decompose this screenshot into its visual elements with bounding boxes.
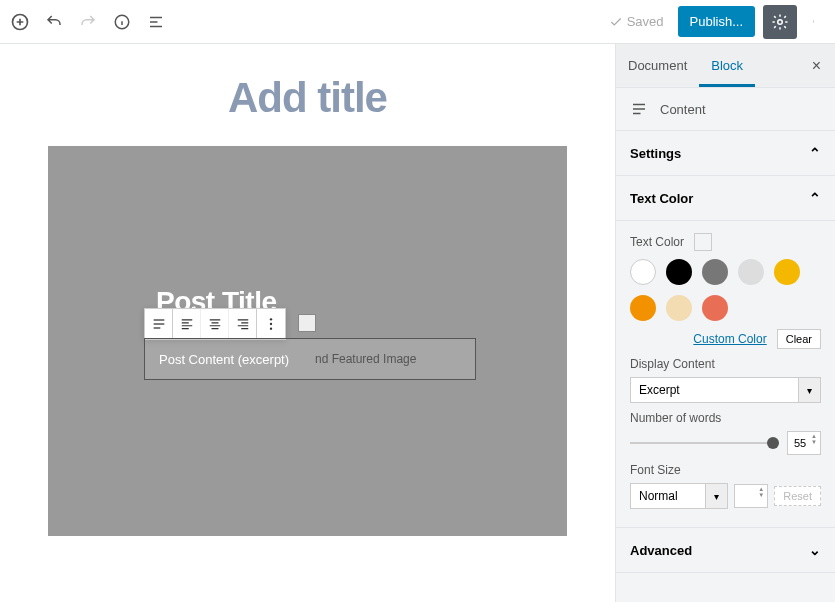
- more-menu-icon[interactable]: [805, 7, 825, 37]
- font-size-label: Font Size: [630, 463, 821, 477]
- close-sidebar-icon[interactable]: ×: [798, 57, 835, 75]
- block-type-icon[interactable]: [145, 309, 173, 339]
- settings-gear-button[interactable]: [763, 5, 797, 39]
- custom-color-link[interactable]: Custom Color: [693, 332, 766, 346]
- display-content-select[interactable]: Excerpt ▾: [630, 377, 821, 403]
- swatch-cream[interactable]: [666, 295, 692, 321]
- svg-point-5: [813, 22, 814, 23]
- add-block-icon[interactable]: [10, 12, 30, 32]
- svg-point-3: [813, 20, 814, 21]
- words-slider[interactable]: [630, 442, 779, 444]
- title-input[interactable]: Add title: [48, 74, 567, 122]
- block-breadcrumb[interactable]: Content: [616, 88, 835, 131]
- saved-status: Saved: [609, 14, 664, 29]
- swatch-gray[interactable]: [702, 259, 728, 285]
- editor-canvas[interactable]: Add title Post Title Post Content (excer…: [0, 44, 615, 602]
- swatch-black[interactable]: [666, 259, 692, 285]
- swatch-light-gray[interactable]: [738, 259, 764, 285]
- svg-point-4: [813, 21, 814, 22]
- panel-advanced[interactable]: Advanced⌄: [616, 528, 835, 573]
- chevron-up-icon: ⌃: [809, 145, 821, 161]
- tab-block[interactable]: Block: [699, 44, 755, 87]
- top-toolbar: Saved Publish...: [0, 0, 835, 44]
- reset-font-button[interactable]: Reset: [774, 486, 821, 506]
- font-size-select[interactable]: Normal ▾: [630, 483, 728, 509]
- current-color-sample: [694, 233, 712, 251]
- text-color-label: Text Color: [630, 235, 684, 249]
- block-more-icon[interactable]: [257, 309, 285, 339]
- post-content-block[interactable]: Post Content (excerpt) nd Featured Image: [144, 338, 476, 380]
- display-content-label: Display Content: [630, 357, 821, 371]
- swatch-red[interactable]: [702, 295, 728, 321]
- info-icon[interactable]: [112, 12, 132, 32]
- block-toolbar: [144, 308, 286, 340]
- chevron-down-icon: ▾: [706, 483, 728, 509]
- svg-point-6: [270, 318, 272, 320]
- settings-sidebar: Document Block × Content Settings⌃ Text …: [615, 44, 835, 602]
- font-size-input[interactable]: ▲▼: [734, 484, 768, 508]
- swatch-yellow[interactable]: [774, 259, 800, 285]
- panel-text-color[interactable]: Text Color⌃: [616, 176, 835, 221]
- undo-icon[interactable]: [44, 12, 64, 32]
- chevron-down-icon: ⌄: [809, 542, 821, 558]
- chevron-down-icon: ▾: [799, 377, 821, 403]
- clear-color-button[interactable]: Clear: [777, 329, 821, 349]
- words-input[interactable]: 55 ▲▼: [787, 431, 821, 455]
- align-right-icon[interactable]: [229, 309, 257, 339]
- outline-icon[interactable]: [146, 12, 166, 32]
- swatch-white[interactable]: [630, 259, 656, 285]
- panel-settings[interactable]: Settings⌃: [616, 131, 835, 176]
- color-swatches: [630, 259, 821, 321]
- svg-point-7: [270, 323, 272, 325]
- chevron-up-icon: ⌃: [809, 190, 821, 206]
- align-left-icon[interactable]: [173, 309, 201, 339]
- svg-point-8: [270, 328, 272, 330]
- tab-document[interactable]: Document: [616, 44, 699, 87]
- swatch-orange[interactable]: [630, 295, 656, 321]
- publish-button[interactable]: Publish...: [678, 6, 755, 37]
- redo-icon: [78, 12, 98, 32]
- svg-point-2: [778, 19, 783, 24]
- words-label: Number of words: [630, 411, 821, 425]
- featured-image-icon[interactable]: [298, 314, 316, 332]
- align-center-icon[interactable]: [201, 309, 229, 339]
- layout-block[interactable]: Post Title Post Content (excerpt) nd Fea…: [48, 146, 567, 536]
